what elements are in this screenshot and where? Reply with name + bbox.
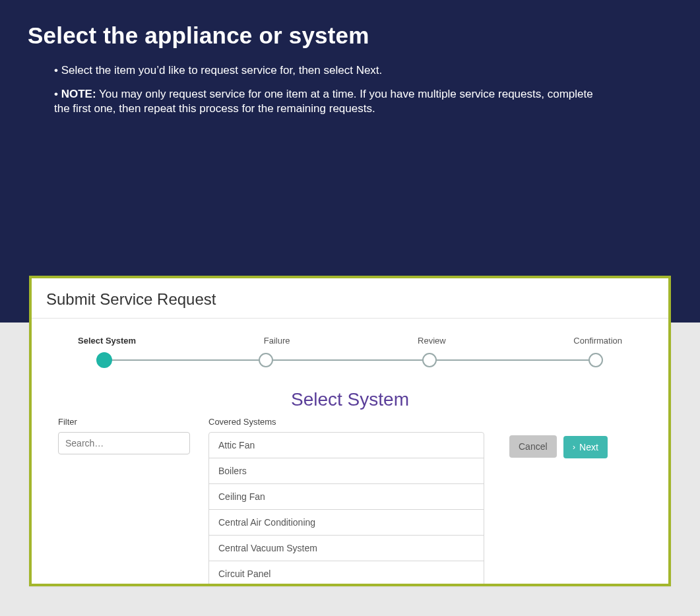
instruction-line-1-text: Select the item you’d like to request se… <box>61 64 383 77</box>
instructions-block: • Select the item you’d like to request … <box>54 63 605 116</box>
dark-header-band: Select the appliance or system • Select … <box>0 0 700 323</box>
panel-title: Submit Service Request <box>32 278 668 319</box>
note-label: NOTE: <box>61 88 96 100</box>
instruction-line-1: • Select the item you’d like to request … <box>54 63 605 78</box>
embedded-screenshot-frame: Submit Service Request Select System Fai… <box>29 276 671 323</box>
page-title: Select the appliance or system <box>28 22 672 49</box>
note-text: You may only request service for one ite… <box>54 88 593 115</box>
instruction-line-2: • NOTE: You may only request service for… <box>54 87 605 116</box>
